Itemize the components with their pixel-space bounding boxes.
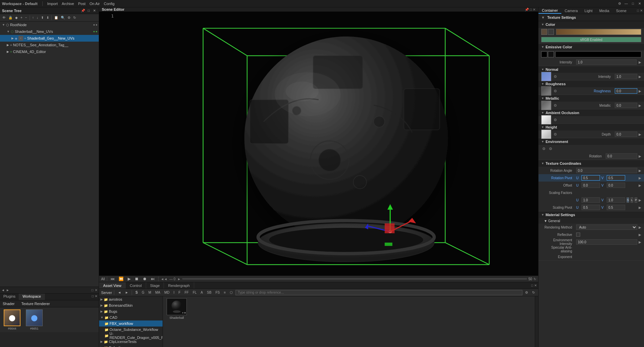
emissive-color-bar[interactable] [555, 51, 641, 57]
playback-all-btn[interactable]: All [101, 277, 105, 281]
env-header[interactable]: ▼ Environment [539, 138, 644, 145]
filter-ma[interactable]: MA [154, 290, 162, 295]
depth-input[interactable] [615, 132, 637, 137]
env-gear1[interactable]: ⚙ [541, 146, 547, 151]
env-rotation-input[interactable] [606, 153, 637, 159]
filter-fs[interactable]: FS [214, 290, 221, 295]
ms-header[interactable]: ▼ Material Settings [539, 211, 644, 218]
tc-spivot-v[interactable] [607, 205, 625, 210]
emissive-intensity-input[interactable] [576, 59, 637, 65]
normal-intensity-input[interactable] [615, 74, 637, 79]
filter-extra1[interactable]: ≡ [222, 290, 227, 295]
metallic-thumb[interactable] [541, 101, 551, 110]
tab-stage[interactable]: Stage [146, 282, 164, 289]
scene-editor-close[interactable]: ✕ [533, 8, 535, 11]
folder-cad[interactable]: ▼ 📁 CAD [99, 314, 163, 320]
asset-expand-btn[interactable]: □ [531, 284, 533, 287]
emissive-swatch2[interactable] [548, 51, 554, 57]
normal-gear[interactable]: ⚙ [553, 74, 558, 79]
play-start-btn[interactable]: ⏮ [109, 276, 116, 282]
emissive-swatch1[interactable] [541, 51, 547, 57]
ms-general-header[interactable]: ▼ General [539, 218, 644, 224]
panel-pin-btn[interactable]: 📌 [81, 8, 85, 13]
folder-default[interactable]: ▶ 📁 Default [99, 345, 163, 347]
config-menu[interactable]: Config [104, 2, 115, 6]
filter-ff[interactable]: FF [183, 290, 190, 295]
ei-expand[interactable]: ▶ [639, 240, 641, 244]
filter-sb[interactable]: SB [206, 290, 213, 295]
env-expand[interactable]: ▶ [639, 154, 641, 158]
rp-expand[interactable]: □ [637, 9, 639, 12]
btn-l[interactable]: L [631, 197, 633, 203]
normal-thumb[interactable] [541, 72, 551, 81]
tc-pivot-v[interactable] [607, 175, 625, 181]
normal-expand[interactable]: ▶ [639, 75, 641, 79]
main-viewport[interactable]: 1 [99, 12, 538, 276]
post-menu[interactable]: Post [78, 2, 85, 6]
tc-spivot-expand[interactable]: ▶ [639, 206, 641, 209]
material-thumb-1[interactable]: ⬤ #6644 [2, 309, 22, 330]
tab-rendergraph[interactable]: Rendergraph [164, 282, 194, 289]
filter-extra2[interactable]: ⬡ [228, 290, 234, 295]
bottom-close-btn[interactable]: ✕ [95, 294, 97, 299]
roughness-gear[interactable]: ⚙ [553, 88, 558, 94]
archive-menu[interactable]: Archive [62, 2, 74, 6]
tree-item-notes[interactable]: ▶ + NOTES__See_Annotation_Tag__ [0, 42, 99, 48]
bottom-expand-btn[interactable]: □ [92, 294, 94, 299]
search-settings[interactable]: ⚙ [524, 290, 529, 295]
tc-scale-u[interactable] [582, 197, 600, 203]
tb-down-btn[interactable]: ↓ [36, 15, 39, 20]
tb-up-btn[interactable]: ↑ [31, 15, 35, 20]
metallic-gear[interactable]: ⚙ [553, 103, 558, 108]
maximize-tree-btn[interactable]: □ [91, 288, 93, 292]
rendering-method-select[interactable]: Auto [576, 225, 637, 230]
rp-tab-light[interactable]: Light [581, 7, 596, 14]
tree-item-cinema4d[interactable]: ▶ + CINEMA_4D_Editor [0, 48, 99, 55]
tb-render-btn[interactable]: ◆ [14, 15, 19, 20]
at-nav-back[interactable]: ◄ [116, 290, 122, 295]
reflective-checkbox[interactable] [576, 233, 580, 237]
env-gear2[interactable]: ⚙ [548, 146, 553, 151]
asset-search[interactable] [235, 290, 522, 295]
close-icon[interactable]: ✕ [637, 1, 642, 6]
emissive-expand-btn[interactable]: ▶ [639, 60, 641, 64]
tc-pivot-expand[interactable]: ▶ [639, 176, 641, 180]
tc-rotation-expand[interactable]: ▶ [639, 169, 641, 172]
tc-offset-u[interactable] [582, 183, 600, 188]
playback-settings[interactable]: ↻ [533, 277, 536, 281]
tb-copy-btn[interactable]: 📋 [53, 15, 59, 20]
folder-bonesandskin[interactable]: ▶ 📁 BonesandSkin [99, 302, 163, 308]
btn-s[interactable]: S [627, 197, 629, 203]
normal-header[interactable]: ▼ Normal [539, 66, 644, 73]
maximize-icon[interactable]: □ [631, 1, 635, 6]
color-gradient-bar[interactable] [556, 29, 641, 35]
tc-rotation-input[interactable] [576, 168, 637, 173]
scene-editor-max[interactable]: □ [530, 8, 532, 11]
tc-scale-expand[interactable]: ▶ [639, 198, 641, 202]
panel-expand-btn[interactable]: □ [86, 8, 91, 13]
filter-md[interactable]: MD [163, 290, 171, 295]
tc-header[interactable]: ▼ Texture Coordinates [539, 160, 644, 167]
asset-close-btn[interactable]: ✕ [534, 284, 537, 287]
tc-spivot-u[interactable] [582, 205, 600, 210]
tb-eye-btn[interactable]: 👁 [1, 15, 7, 20]
tc-pivot-u[interactable] [582, 175, 600, 181]
frame-controls-left[interactable]: ◄◄ [161, 277, 167, 281]
color-swatch1[interactable] [541, 29, 547, 35]
rp-tab-media[interactable]: Media [596, 7, 613, 14]
folder-avrotros[interactable]: ▶ 📁 avrotros [99, 296, 163, 302]
filter-s[interactable]: S [134, 290, 139, 295]
close-tree-btn[interactable]: ✕ [95, 288, 97, 292]
filter-f[interactable]: F [177, 290, 182, 295]
roughness-header[interactable]: ▼ Roughness [539, 81, 644, 87]
scene-editor-pin[interactable]: 📌 [525, 8, 529, 11]
filter-g[interactable]: G [140, 290, 146, 295]
tab-control[interactable]: Control [126, 282, 146, 289]
srgb-btn[interactable]: sRGB Enabled [541, 37, 641, 42]
filter-fl[interactable]: FL [191, 290, 198, 295]
panel-close-btn[interactable]: ✕ [92, 8, 97, 13]
reflective-expand[interactable]: ▶ [639, 233, 641, 237]
material-thumb-2[interactable]: ⬤ #6651 [24, 309, 44, 330]
nav-fwd-btn[interactable]: ► [6, 288, 9, 292]
play-end-btn[interactable]: ⏭ [149, 276, 156, 282]
